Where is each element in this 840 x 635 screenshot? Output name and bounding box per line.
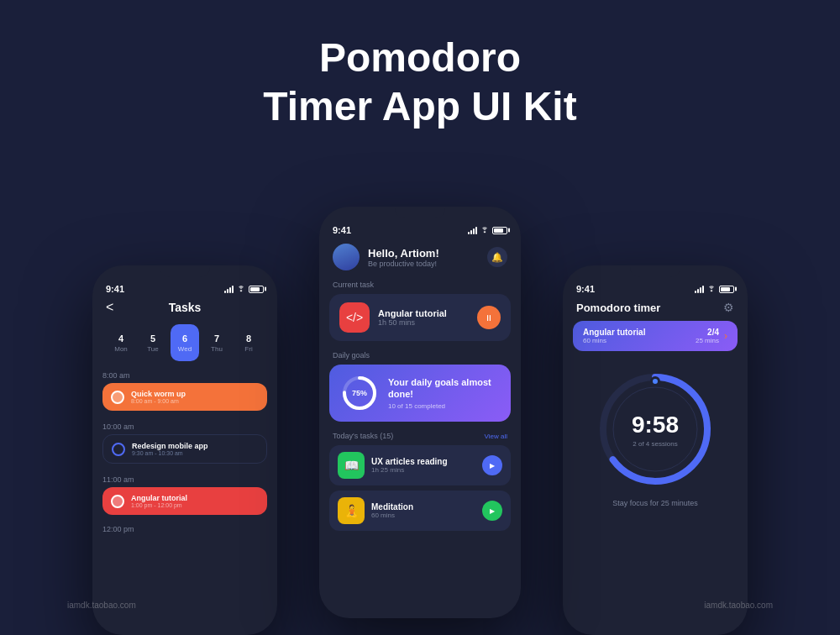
code-icon: </> xyxy=(339,302,370,333)
timer-task-remaining: 25 mins xyxy=(696,337,719,344)
big-timer-container: 9:58 2 of 4 sessions Stay focus for 25 m… xyxy=(563,358,748,516)
timer-title: Pomodoro timer xyxy=(576,302,660,314)
task-angular[interactable]: Angular tutorial 1:00 pm - 12:00 pm xyxy=(102,487,267,515)
task-circle-outline xyxy=(112,443,125,456)
signal-right xyxy=(695,286,704,293)
current-task-label: Current task xyxy=(319,277,521,294)
time-label-8am: 8:00 am xyxy=(102,371,267,380)
app-header: Pomodoro Timer App UI Kit xyxy=(0,0,840,147)
date-item-4[interactable]: 4 Mon xyxy=(107,324,135,361)
pause-button[interactable]: ⏸ xyxy=(477,306,501,329)
notch-center xyxy=(395,207,445,218)
task-redesign[interactable]: Redesign mobile app 9:30 am - 10:30 am xyxy=(102,434,267,464)
battery-icon-left xyxy=(249,286,264,293)
signal-icon xyxy=(224,286,234,293)
daily-goals-label: Daily goals xyxy=(319,348,521,365)
bell-icon[interactable]: 🔔 xyxy=(487,247,507,267)
play-button-meditation[interactable]: ▶ xyxy=(482,501,502,521)
wifi-right xyxy=(706,286,717,293)
current-task-card[interactable]: </> Angular tutorial 1h 50 mins ⏸ xyxy=(329,294,511,341)
phone-tasks: 9:41 < Tasks 4 xyxy=(92,265,277,635)
task-icon-ux: 📖 xyxy=(338,452,365,479)
app-title: Pomodoro Timer App UI Kit xyxy=(0,34,840,130)
watermark-right: iamdk.taobao.com xyxy=(704,601,773,610)
task-meditation[interactable]: 🧘 Meditation 60 mins ▶ xyxy=(329,491,511,531)
phones-container: 9:41 < Tasks 4 xyxy=(42,198,798,635)
greeting: Hello, Artiom! Be productive today! xyxy=(360,247,487,268)
current-task-name: Angular tutorial xyxy=(378,308,469,318)
notch-left xyxy=(160,265,210,277)
task-ux-articles[interactable]: 📖 UX articles reading 1h 25 mins ▶ xyxy=(329,445,511,485)
notch-right xyxy=(630,265,680,277)
time-label-10am: 10:00 am xyxy=(102,422,267,431)
status-icons-center xyxy=(468,227,507,234)
status-bar-center: 9:41 xyxy=(319,218,521,239)
task-ux-duration: 1h 25 mins xyxy=(371,466,475,474)
timer-header: Pomodoro timer ⚙ xyxy=(563,297,748,321)
timer-task-row[interactable]: Angular tutorial 60 mins 2/4 25 mins › xyxy=(573,321,738,351)
timer-task-progress: 2/4 xyxy=(696,328,719,337)
status-icons-left xyxy=(224,286,264,293)
task-meditation-name: Meditation xyxy=(371,502,475,512)
play-button-ux[interactable]: ▶ xyxy=(482,455,502,475)
status-bar-right: 9:41 xyxy=(563,277,748,297)
status-bar-left: 9:41 xyxy=(92,277,277,297)
home-header: Hello, Artiom! Be productive today! 🔔 xyxy=(319,239,521,277)
task-section-10am: 10:00 am Redesign mobile app 9:30 am - 1… xyxy=(92,419,277,472)
greeting-sub: Be productive today! xyxy=(368,260,487,268)
battery-right xyxy=(719,286,734,293)
task-icon-meditation: 🧘 xyxy=(338,497,365,524)
task-ux-name: UX articles reading xyxy=(371,457,475,466)
title-line1: Pomodoro xyxy=(319,35,521,80)
goals-title: Your daily goals almost done! xyxy=(388,376,499,401)
wifi-center xyxy=(480,227,490,234)
back-button[interactable]: < xyxy=(106,300,113,315)
timer-task-name: Angular tutorial xyxy=(583,328,696,337)
battery-center xyxy=(492,227,507,234)
current-task-duration: 1h 50 mins xyxy=(378,318,469,327)
progress-circle: 75% xyxy=(341,375,378,412)
signal-center xyxy=(468,227,477,234)
phone-timer: 9:41 Pomodoro timer ⚙ Angular tuto xyxy=(563,265,748,635)
status-icons-right xyxy=(695,286,734,293)
progress-text: 75% xyxy=(352,389,367,397)
date-item-5[interactable]: 5 Tue xyxy=(139,324,167,361)
time-label-11am: 11:00 am xyxy=(102,475,267,484)
user-avatar xyxy=(333,244,360,270)
task-section-8am: 8:00 am Quick worm up 8:00 am - 9:00 am xyxy=(92,368,277,419)
watermark-left: iamdk.taobao.com xyxy=(67,601,136,610)
phone-home: 9:41 Hello, Artiom! Be pro xyxy=(319,207,521,618)
tasks-header: < Tasks xyxy=(92,297,277,321)
task-meditation-duration: 60 mins xyxy=(371,512,475,519)
big-time: 9:58 xyxy=(632,412,679,438)
greeting-hello: Hello, Artiom! xyxy=(368,247,487,260)
task-circle-red xyxy=(111,495,124,508)
arrow-right-icon: › xyxy=(724,330,727,342)
status-time-right: 9:41 xyxy=(576,284,595,294)
sessions-text: 2 of 4 sessions xyxy=(632,440,679,448)
daily-goals-card: 75% Your daily goals almost done! 10 of … xyxy=(329,365,511,422)
task-section-11am: 11:00 am Angular tutorial 1:00 pm - 12:0… xyxy=(92,472,277,523)
today-tasks-label: Today's tasks (15) xyxy=(333,432,393,440)
gear-icon[interactable]: ⚙ xyxy=(723,301,734,314)
tasks-title: Tasks xyxy=(169,301,202,314)
task-quick-worm-up[interactable]: Quick worm up 8:00 am - 9:00 am xyxy=(102,383,267,411)
status-time-center: 9:41 xyxy=(333,225,351,235)
date-strip: 4 Mon 5 Tue 6 Wed 7 Thu 8 Fri xyxy=(92,321,277,368)
date-item-6[interactable]: 6 Wed xyxy=(171,324,199,361)
today-tasks-header: Today's tasks (15) View all xyxy=(319,428,521,445)
date-item-7[interactable]: 7 Thu xyxy=(202,324,231,361)
task-circle xyxy=(111,391,124,404)
timer-task-duration: 60 mins xyxy=(583,337,696,344)
date-item-8[interactable]: 8 Fri xyxy=(234,324,263,361)
goals-sub: 10 of 15 completed xyxy=(388,402,499,410)
time-label-12pm: 12:00 pm xyxy=(92,523,277,535)
timer-ring: 9:58 2 of 4 sessions xyxy=(592,366,718,492)
title-line2: Timer App UI Kit xyxy=(263,84,576,129)
view-all-link[interactable]: View all xyxy=(485,433,507,440)
status-time-left: 9:41 xyxy=(106,284,124,294)
wifi-icon xyxy=(236,286,246,293)
stay-focus-text: Stay focus for 25 minutes xyxy=(612,499,698,507)
